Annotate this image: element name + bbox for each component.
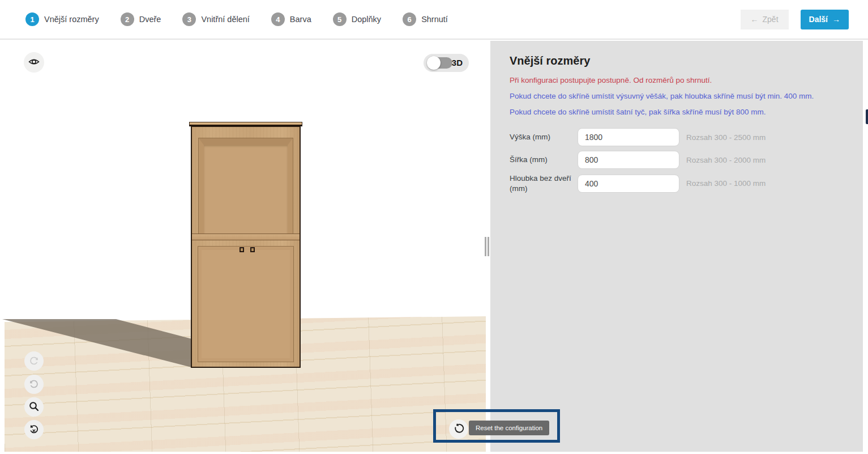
page-title: Vnější rozměry: [510, 54, 846, 67]
step-number-badge: 1: [25, 12, 39, 26]
next-button-label: Další: [809, 15, 828, 24]
wardrobe-handle-right: [250, 247, 255, 252]
3d-toggle[interactable]: 3D: [424, 54, 469, 72]
field-row: Šířka (mm)Rozsah 300 - 2000 mm: [510, 151, 846, 169]
step-number-badge: 2: [121, 12, 134, 26]
3d-toggle-knob[interactable]: [427, 56, 441, 70]
field-label: Výška (mm): [510, 132, 578, 142]
wardrobe-lower-panel: [198, 246, 294, 362]
stepper-step-5[interactable]: 5Doplňky: [333, 12, 381, 26]
next-arrow-icon: →: [832, 15, 840, 24]
rotate-counterclockwise-icon: [28, 378, 40, 391]
step-number-badge: 5: [333, 12, 347, 26]
step-number-badge: 3: [182, 12, 196, 26]
wardrobe-upper-panel: [199, 138, 293, 239]
magnifier-icon: [28, 401, 40, 414]
step-number-badge: 4: [271, 12, 285, 26]
step-label: Shrnutí: [421, 15, 448, 24]
3d-preview-canvas[interactable]: 3D: [0, 41, 487, 454]
eye-icon: [28, 56, 40, 70]
field-label: Šířka (mm): [510, 155, 578, 165]
hint-text-depth: Pokud chcete do skříně umístit výsuvný v…: [510, 92, 846, 100]
configuration-panel: Vnější rozměry Při konfiguraci postupujt…: [490, 41, 863, 452]
stepper-step-1[interactable]: 1Vnější rozměry: [25, 12, 99, 26]
step-label: Barva: [290, 15, 311, 24]
hint-text-width: Pokud chcete do skříně umístit šatní tyč…: [510, 108, 846, 116]
panel-resize-handle[interactable]: [485, 237, 490, 256]
rotate-clockwise-button[interactable]: [24, 351, 44, 371]
step-label: Vnitřní dělení: [201, 15, 249, 24]
back-arrow-icon: ←: [751, 15, 759, 24]
wardrobe-configurator: 1Vnější rozměry2Dveře3Vnitřní dělení4Bar…: [0, 0, 868, 454]
stepper: 1Vnější rozměry2Dveře3Vnitřní dělení4Bar…: [25, 12, 448, 26]
warning-text: Při konfiguraci postupujte postupně. Od …: [510, 76, 846, 84]
nav-buttons: ← Zpět Další →: [741, 10, 849, 29]
field-range-hint: Rozsah 300 - 2500 mm: [686, 133, 766, 142]
stepper-step-4[interactable]: 4Barva: [271, 12, 311, 26]
field-label: Hloubka bez dveří (mm): [510, 173, 578, 193]
stepper-step-2[interactable]: 2Dveře: [121, 12, 161, 26]
back-button[interactable]: ← Zpět: [741, 10, 789, 29]
next-button[interactable]: Další →: [801, 10, 849, 29]
stepper-step-6[interactable]: 6Shrnutí: [403, 12, 448, 26]
dimension-input[interactable]: [578, 175, 679, 193]
reset-view-button[interactable]: [24, 420, 44, 439]
visibility-button[interactable]: [24, 52, 44, 73]
3d-toggle-label: 3D: [452, 58, 463, 67]
zoom-button[interactable]: [24, 397, 44, 417]
wardrobe-render: [191, 122, 301, 368]
reset-view-icon: [28, 423, 40, 436]
reset-configuration-button[interactable]: [449, 419, 468, 439]
wardrobe-divider-rail: [192, 234, 300, 240]
reset-configuration-icon: [453, 423, 464, 436]
field-range-hint: Rozsah 300 - 2000 mm: [686, 156, 766, 164]
dimension-input[interactable]: [578, 151, 679, 169]
step-number-badge: 6: [403, 12, 416, 26]
field-row: Výška (mm)Rozsah 300 - 2500 mm: [510, 128, 846, 146]
header: 1Vnější rozměry2Dveře3Vnitřní dělení4Bar…: [0, 0, 868, 40]
wardrobe-handle-left: [240, 247, 244, 252]
stepper-step-3[interactable]: 3Vnitřní dělení: [182, 12, 249, 26]
field-range-hint: Rozsah 300 - 1000 mm: [686, 179, 766, 188]
edge-widget-tab[interactable]: [866, 109, 868, 124]
rotate-clockwise-icon: [28, 355, 40, 368]
wardrobe-body: [191, 126, 301, 368]
reset-configuration-tooltip: Reset the configuration: [469, 421, 549, 435]
field-row: Hloubka bez dveří (mm)Rozsah 300 - 1000 …: [510, 173, 846, 193]
step-label: Vnější rozměry: [44, 15, 99, 24]
dimension-fields: Výška (mm)Rozsah 300 - 2500 mmŠířka (mm)…: [510, 128, 846, 193]
step-label: Dveře: [139, 15, 161, 24]
back-button-label: Zpět: [763, 15, 779, 24]
rotate-counterclockwise-button[interactable]: [24, 375, 44, 394]
dimension-input[interactable]: [578, 128, 679, 146]
step-label: Doplňky: [352, 15, 381, 24]
